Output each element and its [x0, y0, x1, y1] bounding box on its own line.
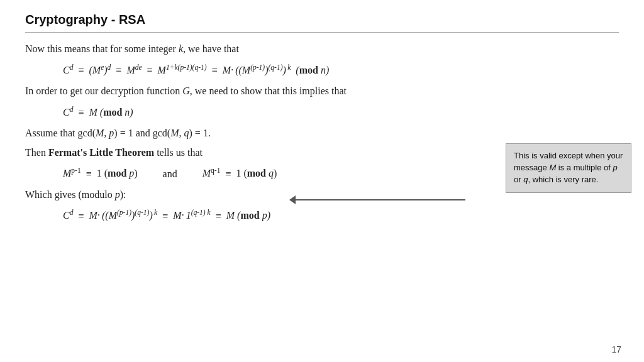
equation-1: Cd ≡ (Me)d ≡ Mde ≡ M1+k(p-1)(q-1) ≡ M· (…: [63, 62, 619, 79]
page-number: 17: [611, 344, 621, 354]
title-bar: Cryptography - RSA: [25, 13, 619, 33]
paragraph-3: Assume that gcd(M, p) = 1 and gcd(M, q) …: [25, 126, 619, 141]
paragraph-1: Now this means that for some integer k, …: [25, 41, 619, 57]
equation-2: Cd ≡ M (mod n): [63, 104, 619, 121]
slide-container: Cryptography - RSA Now this means that f…: [0, 0, 644, 362]
equation-4: Cd ≡ M· ((M(p-1))(q-1)) k ≡ M· 1(q-1) k …: [63, 207, 619, 224]
annotation-box: This is valid except when your message M…: [506, 143, 631, 193]
slide-content: Now this means that for some integer k, …: [25, 41, 619, 224]
paragraph-2: In order to get our decryption function …: [25, 84, 619, 99]
slide-title: Cryptography - RSA: [25, 13, 145, 27]
